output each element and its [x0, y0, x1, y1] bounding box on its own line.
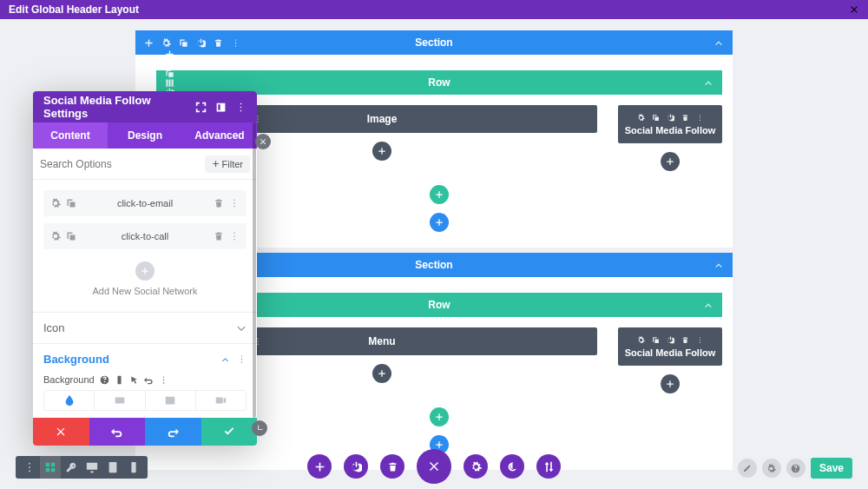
- dots-icon[interactable]: [696, 336, 704, 344]
- gear-icon[interactable]: [161, 38, 171, 48]
- dots-icon[interactable]: [237, 354, 247, 364]
- sort-button[interactable]: [536, 454, 561, 479]
- gear-icon[interactable]: [637, 336, 645, 344]
- dots-icon[interactable]: [231, 38, 240, 48]
- save-button[interactable]: Save: [811, 458, 852, 479]
- accordion-icon[interactable]: Icon: [33, 312, 257, 343]
- section-label: Section: [415, 36, 452, 49]
- chevron-up-icon[interactable]: [703, 300, 713, 310]
- gear-icon[interactable]: [50, 198, 61, 208]
- copy-icon[interactable]: [179, 38, 188, 48]
- undo-button[interactable]: [89, 418, 146, 446]
- add-module-button[interactable]: [661, 152, 680, 171]
- settings-panel: Social Media Follow Settings Content Des…: [33, 91, 257, 446]
- copy-icon[interactable]: [652, 114, 660, 122]
- dots-icon[interactable]: [159, 375, 168, 385]
- wireframe-view[interactable]: [40, 456, 61, 479]
- trash-icon[interactable]: [214, 231, 224, 241]
- filter-button[interactable]: Filter: [205, 155, 250, 173]
- key-icon[interactable]: [61, 456, 82, 479]
- module-social-media-follow[interactable]: Social Media Follow: [618, 327, 722, 366]
- trash-icon[interactable]: [681, 336, 689, 344]
- dots-icon[interactable]: [19, 456, 40, 479]
- add-module-button[interactable]: [372, 142, 391, 161]
- power-icon[interactable]: [667, 336, 674, 344]
- pointer-icon[interactable]: [129, 375, 139, 385]
- copy-icon[interactable]: [165, 69, 174, 78]
- confirm-button[interactable]: [201, 418, 258, 446]
- add-row-button[interactable]: [430, 407, 449, 426]
- item-label: click-to-email: [76, 198, 214, 208]
- copy-icon[interactable]: [66, 231, 76, 241]
- power-icon[interactable]: [667, 114, 674, 122]
- dots-icon[interactable]: [696, 114, 704, 122]
- accordion-right: [220, 354, 247, 364]
- gear-icon[interactable]: [165, 59, 174, 69]
- tab-content[interactable]: Content: [33, 122, 108, 149]
- section-header-1[interactable]: Section: [135, 30, 733, 55]
- help-button[interactable]: [786, 459, 806, 478]
- panel-scrollbar[interactable]: [253, 122, 256, 418]
- list-item[interactable]: click-to-call: [43, 223, 247, 249]
- module-label: Social Media Follow: [625, 125, 716, 135]
- dots-icon[interactable]: [235, 102, 247, 113]
- trash-icon[interactable]: [214, 198, 224, 208]
- add-icon[interactable]: [165, 50, 174, 59]
- panel-footer: [33, 418, 257, 446]
- add-button[interactable]: [307, 454, 332, 479]
- power-button[interactable]: [344, 454, 368, 479]
- copy-icon[interactable]: [66, 198, 76, 208]
- bg-image-tab[interactable]: [146, 391, 196, 410]
- edits-button[interactable]: [738, 459, 757, 478]
- trash-icon[interactable]: [681, 114, 689, 122]
- tab-design[interactable]: Design: [108, 122, 182, 149]
- chevron-up-icon[interactable]: [220, 354, 230, 364]
- redo-button[interactable]: [145, 418, 201, 446]
- chevron-down-icon: [236, 323, 247, 334]
- columns-icon[interactable]: [165, 78, 174, 88]
- history-button[interactable]: [500, 454, 524, 479]
- power-icon[interactable]: [196, 38, 206, 48]
- add-section-button[interactable]: [430, 213, 449, 232]
- bg-video-tab[interactable]: [196, 391, 246, 410]
- panel-header[interactable]: Social Media Follow Settings: [33, 91, 257, 122]
- add-icon[interactable]: [144, 38, 154, 48]
- settings-button[interactable]: [464, 454, 488, 479]
- desktop-view[interactable]: [82, 456, 102, 479]
- close-button[interactable]: [849, 4, 859, 15]
- undo-icon[interactable]: [144, 375, 154, 385]
- add-module-button[interactable]: [372, 364, 391, 383]
- chevron-up-icon[interactable]: [713, 260, 724, 270]
- dots-icon[interactable]: [229, 231, 240, 241]
- gear-icon[interactable]: [637, 114, 645, 122]
- copy-icon[interactable]: [652, 336, 660, 344]
- list-item[interactable]: click-to-email: [43, 190, 247, 216]
- trash-icon[interactable]: [214, 38, 223, 48]
- dots-icon[interactable]: [229, 198, 240, 208]
- accordion-background[interactable]: Background: [33, 343, 257, 374]
- mobile-view[interactable]: [123, 456, 144, 479]
- tablet-view[interactable]: [102, 456, 123, 479]
- resize-handle-icon[interactable]: [252, 420, 267, 436]
- cancel-button[interactable]: [33, 418, 89, 446]
- item-label: click-to-call: [76, 231, 214, 241]
- add-module-button[interactable]: [661, 374, 680, 393]
- drag-handle-icon[interactable]: [255, 134, 271, 149]
- gear-icon[interactable]: [50, 231, 61, 241]
- add-row-button[interactable]: [430, 185, 449, 204]
- mobile-icon[interactable]: [115, 375, 124, 385]
- help-icon[interactable]: [100, 375, 109, 385]
- close-builder-button[interactable]: [417, 449, 451, 484]
- chevron-up-icon[interactable]: [703, 77, 713, 88]
- add-social-network-button[interactable]: [135, 261, 155, 281]
- tab-advanced[interactable]: Advanced: [182, 122, 257, 149]
- module-social-media-follow[interactable]: Social Media Follow: [618, 105, 722, 143]
- bg-color-tab[interactable]: [44, 391, 95, 410]
- bg-gradient-tab[interactable]: [95, 391, 145, 410]
- panel-icon[interactable]: [215, 102, 227, 113]
- expand-icon[interactable]: [195, 102, 207, 113]
- trash-button[interactable]: [380, 454, 404, 479]
- gear-button[interactable]: [762, 459, 781, 478]
- search-input[interactable]: [40, 158, 205, 170]
- chevron-up-icon[interactable]: [713, 37, 724, 48]
